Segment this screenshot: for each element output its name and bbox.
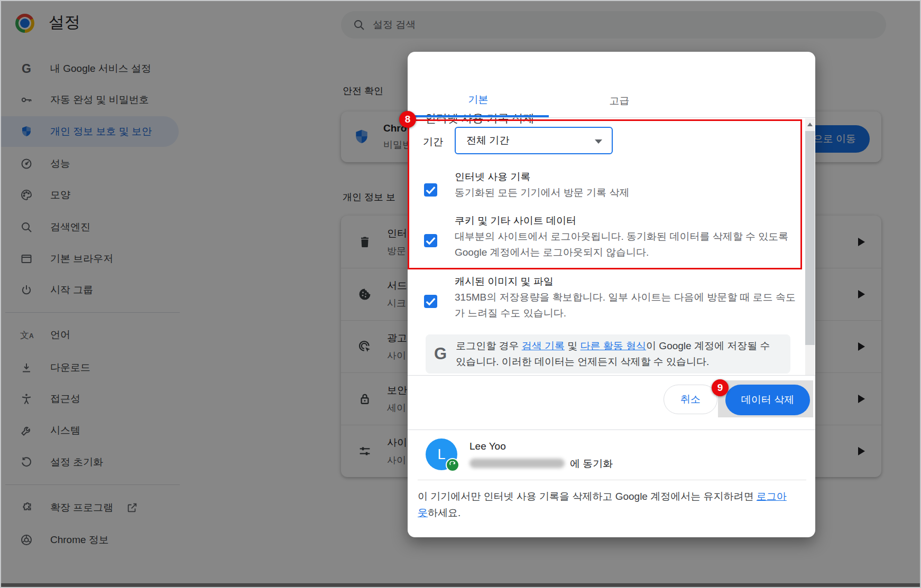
tab-basic[interactable]: 기본 [408, 85, 549, 117]
checkbox-title: 쿠키 및 기타 사이트 데이터 [455, 213, 797, 229]
checkbox-title: 캐시된 이미지 및 파일 [455, 274, 797, 290]
time-range-select[interactable]: 전체 기간 [455, 127, 613, 154]
dialog-tabs: 기본 고급 [408, 85, 815, 118]
time-range-value: 전체 기간 [466, 134, 509, 147]
avatar-letter: L [437, 446, 445, 463]
account-email-redacted [469, 459, 565, 468]
notice-middle: 및 [565, 340, 581, 351]
delete-data-button[interactable]: 데이터 삭제 [725, 385, 810, 415]
checkbox-title: 인터넷 사용 기록 [455, 169, 797, 185]
taskbar-strip [0, 583, 921, 588]
search-history-link[interactable]: 검색 기록 [522, 340, 565, 351]
notice-prefix: 로그인할 경우 [456, 340, 522, 351]
cancel-button[interactable]: 취소 [664, 385, 717, 414]
annotation-step-9: 9 [712, 379, 729, 396]
checkbox-row-browsing-history: 인터넷 사용 기록 동기화된 모든 기기에서 방문 기록 삭제 [424, 169, 797, 201]
checkbox-description: 대부분의 사이트에서 로그아웃됩니다. 동기화된 데이터를 삭제할 수 있도록 … [455, 229, 797, 260]
account-name: Lee Yoo [469, 441, 506, 452]
scroll-up-icon[interactable] [807, 123, 813, 126]
chevron-down-icon [595, 139, 602, 144]
cookies-checkbox[interactable] [424, 234, 437, 247]
clear-browsing-data-dialog: 인터넷 사용 기록 삭제 기본 고급 기간 전체 기간 인터넷 사용 기록 동기… [408, 52, 815, 537]
dialog-footer-text: 이 기기에서만 인터넷 사용 기록을 삭제하고 Google 계정에서는 유지하… [418, 488, 794, 521]
dialog-scrollbar[interactable] [805, 118, 815, 375]
tab-advanced[interactable]: 고급 [549, 85, 690, 117]
scrollbar-thumb[interactable] [805, 131, 815, 345]
period-label: 기간 [423, 128, 443, 156]
google-account-notice: G 로그인할 경우 검색 기록 및 다른 활동 형식이 Google 계정에 저… [426, 334, 790, 374]
notice-text: 로그인할 경우 검색 기록 및 다른 활동 형식이 Google 계정에 저장될… [456, 338, 781, 370]
checkbox-row-cookies: 쿠키 및 기타 사이트 데이터 대부분의 사이트에서 로그아웃됩니다. 동기화된… [424, 213, 797, 260]
sync-badge-icon [446, 458, 459, 472]
checkbox-row-cached-files: 캐시된 이미지 및 파일 315MB의 저장용량을 확보합니다. 일부 사이트는… [424, 274, 797, 321]
browsing-history-checkbox[interactable] [424, 183, 437, 197]
content-divider [408, 375, 815, 376]
google-g-icon: G [434, 344, 447, 363]
checkbox-description: 동기화된 모든 기기에서 방문 기록 삭제 [455, 185, 797, 201]
footer-text: 이 기기에서만 인터넷 사용 기록을 삭제하고 Google 계정에서는 유지하… [418, 491, 757, 502]
footer-text-suffix: 하세요. [428, 507, 460, 518]
chrome-settings-window: 설정 설정 검색 G 내 Google 서비스 설정 자동 완성 및 비밀번호 [0, 0, 921, 588]
footer-divider [418, 480, 806, 480]
cached-files-checkbox[interactable] [424, 295, 437, 308]
other-activity-link[interactable]: 다른 활동 형식 [581, 340, 647, 351]
checkbox-description: 315MB의 저장용량을 확보합니다. 일부 사이트는 다음에 방문할 때 로드… [455, 290, 797, 321]
account-sync-suffix: 에 동기화 [570, 457, 613, 471]
annotation-step-8: 8 [399, 111, 416, 128]
account-section-border [408, 430, 815, 430]
